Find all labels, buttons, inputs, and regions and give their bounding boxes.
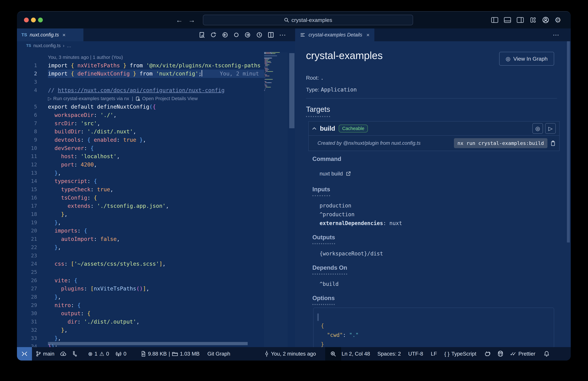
codelens-run-targets[interactable]: Run crystal-examples targets via nx (53, 96, 129, 101)
more-actions-icon[interactable]: ⋯ (279, 31, 286, 39)
codelens[interactable]: ▷Run crystal-examples targets via nx | O… (17, 94, 264, 103)
refresh-icon[interactable] (210, 32, 216, 38)
prev-change-icon[interactable] (222, 32, 228, 38)
copy-command-icon[interactable] (550, 140, 556, 146)
editor-vertical-scrollbar[interactable] (289, 50, 295, 347)
account-icon[interactable] (542, 17, 549, 23)
squirrel-extension-icon[interactable] (484, 351, 491, 357)
broadcast-item[interactable]: 0 (116, 351, 126, 357)
close-panel-tab-icon[interactable]: × (366, 32, 370, 38)
code-line[interactable]: 13 }, (17, 169, 264, 177)
options-json-viewer[interactable]: { "cwd": "." } (313, 308, 554, 347)
timeline-history-icon[interactable] (256, 32, 263, 38)
code-line[interactable]: 10 devServer: { (17, 144, 264, 153)
panel-scrollbar[interactable] (567, 41, 570, 243)
code-editor[interactable]: You, 3 minutes ago | 1 author (You)1impo… (17, 50, 295, 347)
zoom-window-button[interactable] (38, 18, 43, 22)
code-line[interactable]: 21 autoImport: false, (17, 235, 264, 243)
code-line[interactable]: 2import { defineNuxtConfig } from 'nuxt/… (17, 69, 264, 78)
command-center-search[interactable]: crystal-examples (203, 15, 413, 25)
git-graph-item[interactable]: Git Graph (207, 351, 230, 357)
code-line[interactable]: 30 output: { (17, 309, 264, 318)
run-targets-icon[interactable]: ▷ (48, 96, 52, 101)
back-button[interactable]: ← (176, 12, 183, 28)
tab-nuxt-config[interactable]: TS nuxt.config.ts × (17, 28, 84, 41)
code-line[interactable]: 33 }, (17, 334, 264, 342)
cursor-position-item[interactable]: Ln 2, Col 48 (342, 351, 370, 357)
code-line[interactable]: 26 vite: { (17, 276, 264, 285)
minimize-window-button[interactable] (31, 18, 36, 22)
language-mode-item[interactable]: { }TypeScript (444, 351, 476, 357)
eol-item[interactable]: LF (431, 351, 437, 357)
code-line[interactable]: 22 }, (17, 243, 264, 252)
inline-blame[interactable]: You, 3 minutes ago | 1 author (You) (17, 53, 264, 61)
code-line[interactable]: 24 css: ['~/assets/css/styles.scss'], (17, 260, 264, 268)
git-graph-branch-icon[interactable] (72, 351, 78, 357)
view-target-in-graph-button[interactable]: ◎ (532, 123, 543, 134)
layout-panel-icon[interactable] (504, 17, 511, 23)
file-size-item[interactable]: 9.88 KB | 1.03 MB (141, 351, 200, 357)
code-line[interactable]: 17 extends: './tsconfig.app.json', (17, 202, 264, 210)
code-line[interactable]: 16 tsConfig: { (17, 194, 264, 202)
code-line[interactable]: 9 devtools: { enabled: true }, (17, 136, 264, 144)
panel-more-actions-icon[interactable]: ⋯ (553, 28, 560, 41)
code-line[interactable]: 11 host: 'localhost', (17, 152, 264, 161)
run-command-chip[interactable]: nx run crystal-examples:build (454, 138, 547, 148)
code-line[interactable]: 23 (17, 252, 264, 260)
problems-item[interactable]: ⊗ 1 ⚠ 0 (88, 351, 109, 357)
breadcrumb[interactable]: TS nuxt.config.ts › … (17, 41, 295, 50)
git-branch-item[interactable]: main (36, 351, 55, 357)
external-link-icon[interactable] (346, 171, 351, 176)
code-line[interactable]: 7 srcDir: 'src', (17, 119, 264, 128)
prettier-item[interactable]: ✓✓ Prettier (510, 351, 535, 357)
code-line[interactable]: 19 }, (17, 219, 264, 227)
layout-sidebar-left-icon[interactable] (491, 17, 498, 23)
code-line[interactable]: 8 buildDir: './dist/.nuxt', (17, 128, 264, 136)
code-line[interactable]: 29 nitro: { (17, 301, 264, 310)
code-lines[interactable]: You, 3 minutes ago | 1 author (You)1impo… (17, 53, 264, 347)
forward-button[interactable]: → (188, 12, 195, 28)
code-line[interactable]: 28 }, (17, 293, 264, 301)
code-line[interactable]: 18 }, (17, 210, 264, 219)
settings-gear-icon[interactable]: ⚙ (555, 16, 561, 24)
command-value[interactable]: nuxt build (319, 171, 351, 177)
layout-sidebar-right-icon[interactable] (517, 17, 524, 23)
change-circle-icon[interactable] (233, 32, 239, 38)
layout-grid-icon[interactable] (529, 17, 537, 23)
code-line[interactable]: 25 (17, 268, 264, 276)
code-line[interactable]: 14 typescript: { (17, 177, 264, 185)
code-line[interactable]: 32 }, (17, 326, 264, 334)
close-window-button[interactable] (24, 18, 29, 22)
blame-item[interactable]: You, 2 minutes ago (264, 351, 316, 357)
publish-cloud-icon[interactable] (60, 351, 67, 357)
code-line[interactable]: 15 typeCheck: true, (17, 185, 264, 194)
view-in-graph-button[interactable]: ◎ View In Graph (499, 52, 554, 66)
breadcrumb-file[interactable]: nuxt.config.ts (33, 43, 61, 48)
code-line[interactable]: 27 plugins: [nxViteTsPaths()], (17, 285, 264, 293)
code-line[interactable]: 20 imports: { (17, 227, 264, 235)
split-editor-icon[interactable] (268, 32, 274, 38)
editor-horizontal-scrollbar[interactable] (48, 342, 248, 345)
target-build-header[interactable]: build Cacheable ◎ ▷ (309, 122, 559, 135)
code-line[interactable]: 1import { nxViteTsPaths } from '@nx/vite… (17, 61, 264, 70)
encoding-item[interactable]: UTF-8 (408, 351, 423, 357)
indentation-item[interactable]: Spaces: 2 (378, 351, 401, 357)
run-target-button[interactable]: ▷ (545, 123, 556, 134)
copilot-robot-icon[interactable] (497, 351, 504, 357)
minimap[interactable] (264, 52, 288, 347)
code-line[interactable]: 31 dir: './dist/.output', (17, 318, 264, 326)
collapse-chevron-icon[interactable] (312, 127, 316, 130)
file-search-icon[interactable] (199, 32, 205, 38)
notifications-bell-icon[interactable] (544, 351, 549, 357)
breadcrumb-more[interactable]: … (67, 43, 71, 48)
code-line[interactable]: 12 port: 4200, (17, 161, 264, 169)
zoom-indicator[interactable] (325, 347, 341, 360)
close-tab-icon[interactable]: × (62, 32, 65, 38)
remote-indicator[interactable] (17, 347, 32, 360)
next-change-icon[interactable] (245, 32, 251, 38)
tab-project-details[interactable]: crystal-examples Details × (295, 28, 374, 41)
code-line[interactable]: 5export default defineNuxtConfig({ (17, 103, 264, 111)
code-line[interactable]: 3 (17, 78, 264, 86)
codelens-open-details[interactable]: Open Project Details View (142, 96, 198, 101)
code-line[interactable]: 4// https://nuxt.com/docs/api/configurat… (17, 86, 264, 94)
